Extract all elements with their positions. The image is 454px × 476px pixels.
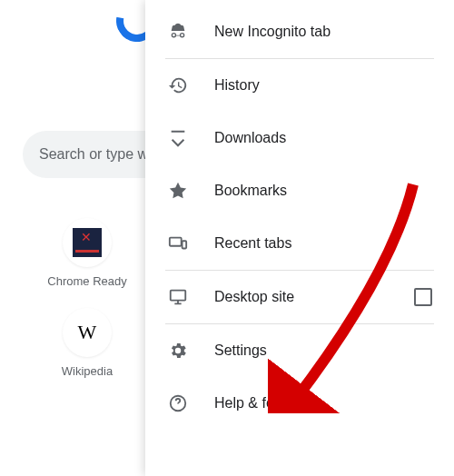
svg-rect-0 bbox=[170, 238, 182, 246]
desktop-icon bbox=[167, 286, 189, 308]
svg-rect-2 bbox=[171, 291, 186, 301]
search-placeholder: Search or type w bbox=[39, 146, 148, 163]
shortcut-label: Wikipedia bbox=[62, 364, 113, 378]
shortcut-label: Chrome Ready bbox=[47, 274, 126, 288]
overflow-menu: New Incognito tab History Downloads Book… bbox=[145, 0, 454, 476]
gear-icon bbox=[167, 340, 189, 362]
shortcut-icon: W bbox=[63, 308, 112, 357]
history-icon bbox=[167, 74, 189, 96]
shortcut-chrome-ready[interactable]: Chrome Ready bbox=[33, 218, 142, 288]
menu-label: History bbox=[214, 77, 260, 94]
menu-desktop-site[interactable]: Desktop site bbox=[145, 271, 454, 323]
menu-bookmarks[interactable]: Bookmarks bbox=[145, 164, 454, 217]
incognito-icon bbox=[167, 21, 189, 43]
menu-label: Settings bbox=[214, 342, 267, 359]
help-icon bbox=[167, 392, 189, 414]
menu-label: New Incognito tab bbox=[214, 24, 331, 40]
menu-new-incognito-tab[interactable]: New Incognito tab bbox=[145, 5, 454, 58]
menu-label: Recent tabs bbox=[214, 235, 291, 252]
bookmarks-icon bbox=[167, 180, 189, 202]
menu-downloads[interactable]: Downloads bbox=[145, 112, 454, 164]
shortcut-icon bbox=[63, 218, 112, 267]
menu-help-feedback[interactable]: Help & feedback bbox=[145, 377, 454, 430]
menu-history[interactable]: History bbox=[145, 59, 454, 112]
menu-recent-tabs[interactable]: Recent tabs bbox=[145, 217, 454, 270]
recent-tabs-icon bbox=[167, 233, 189, 254]
menu-label: Desktop site bbox=[214, 289, 294, 305]
downloads-icon bbox=[167, 127, 189, 149]
shortcuts-grid: Chrome Ready W Wikipedia bbox=[33, 218, 142, 398]
menu-settings[interactable]: Settings bbox=[145, 324, 454, 377]
wikipedia-icon: W bbox=[78, 321, 97, 344]
menu-label: Bookmarks bbox=[214, 183, 287, 199]
svg-rect-1 bbox=[183, 241, 187, 248]
menu-label: Help & feedback bbox=[214, 395, 321, 412]
menu-label: Downloads bbox=[214, 130, 286, 146]
desktop-site-checkbox[interactable] bbox=[414, 288, 432, 306]
shortcut-wikipedia[interactable]: W Wikipedia bbox=[33, 308, 142, 378]
